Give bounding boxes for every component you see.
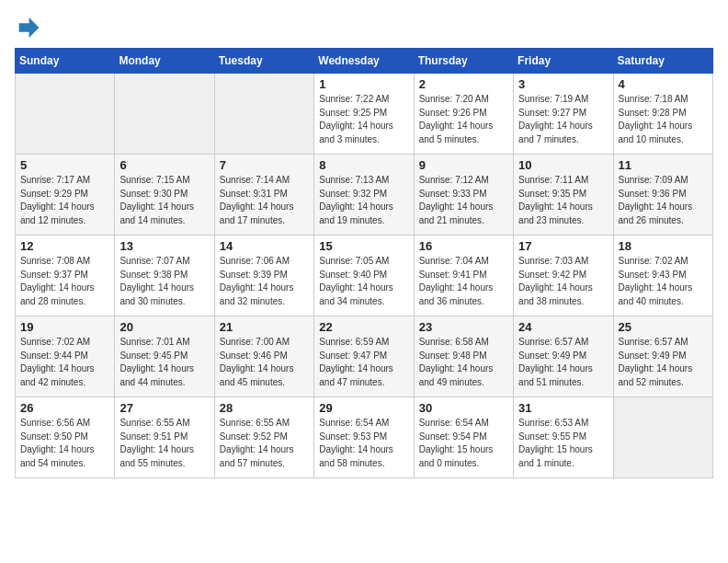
weekday-header-cell: Wednesday: [314, 49, 414, 74]
calendar-day-cell: 5Sunrise: 7:17 AM Sunset: 9:29 PM Daylig…: [16, 155, 115, 236]
day-number: 12: [20, 239, 109, 253]
calendar-day-cell: 13Sunrise: 7:07 AM Sunset: 9:38 PM Dayli…: [115, 236, 214, 316]
day-info: Sunrise: 7:05 AM Sunset: 9:40 PM Dayligh…: [319, 255, 408, 308]
day-info: Sunrise: 7:03 AM Sunset: 9:42 PM Dayligh…: [518, 255, 608, 308]
day-number: 1: [319, 77, 408, 91]
day-info: Sunrise: 7:20 AM Sunset: 9:26 PM Dayligh…: [419, 93, 508, 146]
day-number: 25: [619, 320, 708, 334]
day-number: 27: [119, 401, 209, 415]
calendar-day-cell: 23Sunrise: 6:58 AM Sunset: 9:48 PM Dayli…: [414, 316, 513, 397]
calendar-day-cell: [16, 74, 115, 155]
day-number: 9: [419, 158, 508, 172]
calendar-day-cell: 28Sunrise: 6:55 AM Sunset: 9:52 PM Dayli…: [214, 397, 313, 478]
day-number: 22: [319, 320, 408, 334]
day-info: Sunrise: 7:07 AM Sunset: 9:38 PM Dayligh…: [119, 255, 209, 308]
day-info: Sunrise: 7:15 AM Sunset: 9:30 PM Dayligh…: [119, 174, 209, 227]
day-number: 2: [419, 77, 508, 91]
calendar-day-cell: 20Sunrise: 7:01 AM Sunset: 9:45 PM Dayli…: [115, 316, 214, 397]
day-info: Sunrise: 6:58 AM Sunset: 9:48 PM Dayligh…: [419, 336, 508, 389]
calendar-day-cell: 25Sunrise: 6:57 AM Sunset: 9:49 PM Dayli…: [613, 316, 712, 397]
calendar-day-cell: 14Sunrise: 7:06 AM Sunset: 9:39 PM Dayli…: [214, 236, 313, 316]
calendar-day-cell: 26Sunrise: 6:56 AM Sunset: 9:50 PM Dayli…: [16, 397, 115, 478]
calendar-day-cell: 2Sunrise: 7:20 AM Sunset: 9:26 PM Daylig…: [414, 74, 513, 155]
calendar-day-cell: 11Sunrise: 7:09 AM Sunset: 9:36 PM Dayli…: [613, 155, 712, 236]
calendar-week-row: 1Sunrise: 7:22 AM Sunset: 9:25 PM Daylig…: [16, 74, 713, 155]
calendar-day-cell: 15Sunrise: 7:05 AM Sunset: 9:40 PM Dayli…: [314, 236, 414, 316]
calendar-week-row: 26Sunrise: 6:56 AM Sunset: 9:50 PM Dayli…: [16, 397, 713, 478]
weekday-header-row: SundayMondayTuesdayWednesdayThursdayFrid…: [16, 49, 713, 74]
calendar-day-cell: [613, 397, 712, 478]
day-number: 7: [220, 158, 309, 172]
calendar-day-cell: 27Sunrise: 6:55 AM Sunset: 9:51 PM Dayli…: [115, 397, 214, 478]
day-number: 8: [319, 158, 408, 172]
day-info: Sunrise: 7:09 AM Sunset: 9:36 PM Dayligh…: [619, 174, 708, 227]
day-number: 5: [20, 158, 109, 172]
day-info: Sunrise: 7:04 AM Sunset: 9:41 PM Dayligh…: [419, 255, 508, 308]
day-number: 6: [119, 158, 209, 172]
day-info: Sunrise: 6:55 AM Sunset: 9:51 PM Dayligh…: [119, 417, 209, 470]
day-number: 13: [119, 239, 209, 253]
calendar-day-cell: 24Sunrise: 6:57 AM Sunset: 9:49 PM Dayli…: [514, 316, 613, 397]
day-info: Sunrise: 6:55 AM Sunset: 9:52 PM Dayligh…: [220, 417, 309, 470]
day-info: Sunrise: 6:57 AM Sunset: 9:49 PM Dayligh…: [619, 336, 708, 389]
day-info: Sunrise: 6:53 AM Sunset: 9:55 PM Dayligh…: [518, 417, 608, 470]
logo: [15, 15, 44, 40]
day-number: 20: [119, 320, 209, 334]
day-info: Sunrise: 6:56 AM Sunset: 9:50 PM Dayligh…: [20, 417, 109, 470]
calendar-day-cell: [214, 74, 313, 155]
day-info: Sunrise: 7:08 AM Sunset: 9:37 PM Dayligh…: [20, 255, 109, 308]
calendar-day-cell: 12Sunrise: 7:08 AM Sunset: 9:37 PM Dayli…: [16, 236, 115, 316]
calendar-day-cell: [115, 74, 214, 155]
calendar-day-cell: 18Sunrise: 7:02 AM Sunset: 9:43 PM Dayli…: [613, 236, 712, 316]
day-info: Sunrise: 6:54 AM Sunset: 9:53 PM Dayligh…: [319, 417, 408, 470]
calendar-day-cell: 21Sunrise: 7:00 AM Sunset: 9:46 PM Dayli…: [214, 316, 313, 397]
calendar-day-cell: 30Sunrise: 6:54 AM Sunset: 9:54 PM Dayli…: [414, 397, 513, 478]
day-number: 29: [319, 401, 408, 415]
calendar-day-cell: 22Sunrise: 6:59 AM Sunset: 9:47 PM Dayli…: [314, 316, 414, 397]
calendar-day-cell: 9Sunrise: 7:12 AM Sunset: 9:33 PM Daylig…: [414, 155, 513, 236]
day-number: 24: [518, 320, 608, 334]
day-number: 15: [319, 239, 408, 253]
day-number: 31: [518, 401, 608, 415]
page-header: [15, 15, 713, 40]
day-info: Sunrise: 6:59 AM Sunset: 9:47 PM Dayligh…: [319, 336, 408, 389]
day-number: 30: [419, 401, 508, 415]
day-number: 17: [518, 239, 608, 253]
calendar-body: 1Sunrise: 7:22 AM Sunset: 9:25 PM Daylig…: [16, 74, 713, 478]
logo-icon: [15, 15, 40, 40]
day-number: 14: [220, 239, 309, 253]
calendar-day-cell: 6Sunrise: 7:15 AM Sunset: 9:30 PM Daylig…: [115, 155, 214, 236]
day-info: Sunrise: 7:18 AM Sunset: 9:28 PM Dayligh…: [619, 93, 708, 146]
calendar-day-cell: 29Sunrise: 6:54 AM Sunset: 9:53 PM Dayli…: [314, 397, 414, 478]
calendar-day-cell: 3Sunrise: 7:19 AM Sunset: 9:27 PM Daylig…: [514, 74, 613, 155]
day-info: Sunrise: 7:11 AM Sunset: 9:35 PM Dayligh…: [518, 174, 608, 227]
day-number: 4: [619, 77, 708, 91]
calendar-day-cell: 4Sunrise: 7:18 AM Sunset: 9:28 PM Daylig…: [613, 74, 712, 155]
calendar-day-cell: 1Sunrise: 7:22 AM Sunset: 9:25 PM Daylig…: [314, 74, 414, 155]
calendar-week-row: 12Sunrise: 7:08 AM Sunset: 9:37 PM Dayli…: [16, 236, 713, 316]
calendar-week-row: 5Sunrise: 7:17 AM Sunset: 9:29 PM Daylig…: [16, 155, 713, 236]
day-info: Sunrise: 7:13 AM Sunset: 9:32 PM Dayligh…: [319, 174, 408, 227]
day-number: 10: [518, 158, 608, 172]
day-info: Sunrise: 7:02 AM Sunset: 9:43 PM Dayligh…: [619, 255, 708, 308]
day-number: 26: [20, 401, 109, 415]
calendar-day-cell: 31Sunrise: 6:53 AM Sunset: 9:55 PM Dayli…: [514, 397, 613, 478]
svg-marker-1: [19, 17, 40, 38]
day-number: 18: [619, 239, 708, 253]
day-info: Sunrise: 7:22 AM Sunset: 9:25 PM Dayligh…: [319, 93, 408, 146]
calendar-week-row: 19Sunrise: 7:02 AM Sunset: 9:44 PM Dayli…: [16, 316, 713, 397]
calendar-day-cell: 17Sunrise: 7:03 AM Sunset: 9:42 PM Dayli…: [514, 236, 613, 316]
day-info: Sunrise: 7:14 AM Sunset: 9:31 PM Dayligh…: [220, 174, 309, 227]
calendar-day-cell: 8Sunrise: 7:13 AM Sunset: 9:32 PM Daylig…: [314, 155, 414, 236]
calendar-day-cell: 19Sunrise: 7:02 AM Sunset: 9:44 PM Dayli…: [16, 316, 115, 397]
weekday-header-cell: Saturday: [613, 49, 712, 74]
day-info: Sunrise: 7:12 AM Sunset: 9:33 PM Dayligh…: [419, 174, 508, 227]
day-info: Sunrise: 7:06 AM Sunset: 9:39 PM Dayligh…: [220, 255, 309, 308]
weekday-header-cell: Friday: [514, 49, 613, 74]
day-number: 11: [619, 158, 708, 172]
day-info: Sunrise: 7:01 AM Sunset: 9:45 PM Dayligh…: [119, 336, 209, 389]
calendar-day-cell: 7Sunrise: 7:14 AM Sunset: 9:31 PM Daylig…: [214, 155, 313, 236]
day-info: Sunrise: 6:54 AM Sunset: 9:54 PM Dayligh…: [419, 417, 508, 470]
day-info: Sunrise: 6:57 AM Sunset: 9:49 PM Dayligh…: [518, 336, 608, 389]
day-number: 3: [518, 77, 608, 91]
